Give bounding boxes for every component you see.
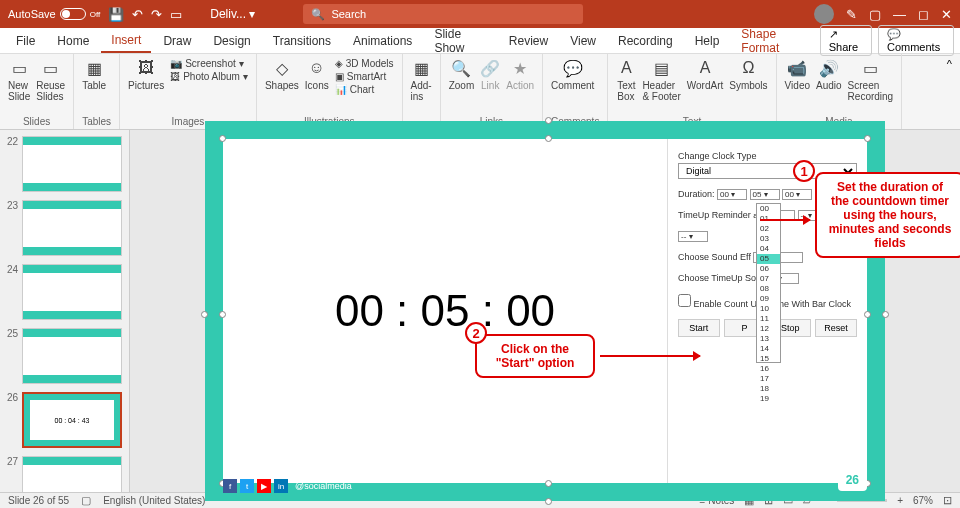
start-button[interactable]: Start — [678, 319, 720, 337]
slide-counter[interactable]: Slide 26 of 55 — [8, 495, 69, 506]
slideshow-icon[interactable]: ▭ — [170, 7, 182, 22]
thumb-26[interactable]: 2600 : 04 : 43 — [4, 392, 125, 448]
screen-recording-button[interactable]: ▭Screen Recording — [848, 58, 894, 102]
smartart-button[interactable]: ▣ SmartArt — [335, 71, 394, 82]
redo-icon[interactable]: ↷ — [151, 7, 162, 22]
linkedin-icon: in — [274, 479, 288, 493]
wordart-button[interactable]: AWordArt — [687, 58, 724, 102]
comment-button[interactable]: 💬Comment — [551, 58, 594, 91]
thumb-25[interactable]: 25 — [4, 328, 125, 384]
tab-recording[interactable]: Recording — [608, 30, 683, 52]
duration-minutes-select[interactable]: 05 ▾ — [750, 189, 780, 200]
autosave-toggle[interactable]: AutoSave Off — [8, 8, 100, 20]
thumb-23[interactable]: 23 — [4, 200, 125, 256]
reset-button[interactable]: Reset — [815, 319, 857, 337]
save-icon[interactable]: 💾 — [108, 7, 124, 22]
photo-album-button[interactable]: 🖼 Photo Album ▾ — [170, 71, 248, 82]
screenshot-button[interactable]: 📷 Screenshot ▾ — [170, 58, 248, 69]
pictures-button[interactable]: 🖼Pictures — [128, 58, 164, 91]
fit-window-icon[interactable]: ⊡ — [943, 494, 952, 507]
action-button[interactable]: ★Action — [506, 58, 534, 91]
minutes-dropdown[interactable]: 0001020304050607080910111213141516171819 — [756, 203, 781, 363]
tab-help[interactable]: Help — [685, 30, 730, 52]
zoom-in-button[interactable]: + — [897, 495, 903, 506]
tab-draw[interactable]: Draw — [153, 30, 201, 52]
video-button[interactable]: 📹Video — [785, 58, 810, 102]
quick-access-toolbar: 💾 ↶ ↷ ▭ — [108, 7, 182, 22]
document-title[interactable]: Deliv... ▾ — [210, 7, 255, 21]
chart-button[interactable]: 📊 Chart — [335, 84, 394, 95]
tab-animations[interactable]: Animations — [343, 30, 422, 52]
tab-view[interactable]: View — [560, 30, 606, 52]
accessibility-icon[interactable]: ▢ — [81, 494, 91, 507]
duration-hours-select[interactable]: 00 ▾ — [717, 189, 747, 200]
user-avatar[interactable] — [814, 4, 834, 24]
collapse-ribbon-icon[interactable]: ^ — [939, 54, 960, 74]
zoom-button[interactable]: 🔍Zoom — [449, 58, 475, 91]
search-input[interactable] — [331, 8, 575, 20]
zoom-level[interactable]: 67% — [913, 495, 933, 506]
duration-seconds-select[interactable]: 00 ▾ — [782, 189, 812, 200]
social-handle: @socialmedia — [295, 481, 352, 491]
undo-icon[interactable]: ↶ — [132, 7, 143, 22]
callout-2: Click on the "Start" option — [475, 334, 595, 378]
slide-thumbnails[interactable]: 22 23 24 25 2600 : 04 : 43 27 — [0, 130, 130, 492]
link-button[interactable]: 🔗Link — [480, 58, 500, 91]
social-bar: f t ▶ in @socialmedia — [223, 479, 352, 493]
slide-number-badge: 26 — [838, 469, 867, 491]
share-button[interactable]: ↗ Share — [820, 25, 872, 56]
callout-1-marker: 1 — [793, 160, 815, 182]
twitter-icon: t — [240, 479, 254, 493]
slide: 00 : 05 : 00 Change Clock Type Digital D… — [205, 121, 885, 501]
ribbon: ▭New Slide ▭Reuse Slides Slides ▦Table T… — [0, 54, 960, 130]
table-button[interactable]: ▦Table — [82, 58, 106, 91]
youtube-icon: ▶ — [257, 479, 271, 493]
ribbon-display-icon[interactable]: ✎ — [846, 7, 857, 22]
window-icon[interactable]: ▢ — [869, 7, 881, 22]
tab-file[interactable]: File — [6, 30, 45, 52]
comments-button[interactable]: 💬 Comments — [878, 25, 954, 56]
reuse-slides-button[interactable]: ▭Reuse Slides — [36, 58, 65, 102]
minimize-icon[interactable]: — — [893, 7, 906, 22]
text-box-button[interactable]: AText Box — [616, 58, 636, 102]
callout-1-arrow — [760, 219, 810, 221]
tab-transitions[interactable]: Transitions — [263, 30, 341, 52]
thumb-24[interactable]: 24 — [4, 264, 125, 320]
search-icon: 🔍 — [311, 8, 325, 21]
header-footer-button[interactable]: ▤Header & Footer — [642, 58, 680, 102]
icons-button[interactable]: ☺Icons — [305, 58, 329, 95]
language-status[interactable]: English (United States) — [103, 495, 205, 506]
callout-2-arrow — [600, 355, 700, 357]
countdown-display: 00 : 05 : 00 — [223, 139, 667, 483]
facebook-icon: f — [223, 479, 237, 493]
ribbon-tabs: File Home Insert Draw Design Transitions… — [0, 28, 960, 54]
addins-button[interactable]: ▦Add- ins — [411, 58, 432, 102]
search-box[interactable]: 🔍 — [303, 4, 583, 24]
shapes-button[interactable]: ◇Shapes — [265, 58, 299, 95]
tab-insert[interactable]: Insert — [101, 29, 151, 53]
tab-home[interactable]: Home — [47, 30, 99, 52]
audio-button[interactable]: 🔊Audio — [816, 58, 842, 102]
maximize-icon[interactable]: ◻ — [918, 7, 929, 22]
callout-1: Set the duration of the countdown timer … — [815, 172, 960, 258]
tab-review[interactable]: Review — [499, 30, 558, 52]
tab-design[interactable]: Design — [203, 30, 260, 52]
callout-2-marker: 2 — [465, 322, 487, 344]
close-icon[interactable]: ✕ — [941, 7, 952, 22]
workspace: 22 23 24 25 2600 : 04 : 43 27 00 : 05 : … — [0, 130, 960, 492]
timeup-select-3[interactable]: -- ▾ — [678, 231, 708, 242]
thumb-27[interactable]: 27 — [4, 456, 125, 492]
new-slide-button[interactable]: ▭New Slide — [8, 58, 30, 102]
countup-checkbox[interactable] — [678, 294, 691, 307]
thumb-22[interactable]: 22 — [4, 136, 125, 192]
slide-canvas[interactable]: 00 : 05 : 00 Change Clock Type Digital D… — [130, 130, 960, 492]
3d-models-button[interactable]: ◈ 3D Models — [335, 58, 394, 69]
symbols-button[interactable]: ΩSymbols — [729, 58, 767, 102]
